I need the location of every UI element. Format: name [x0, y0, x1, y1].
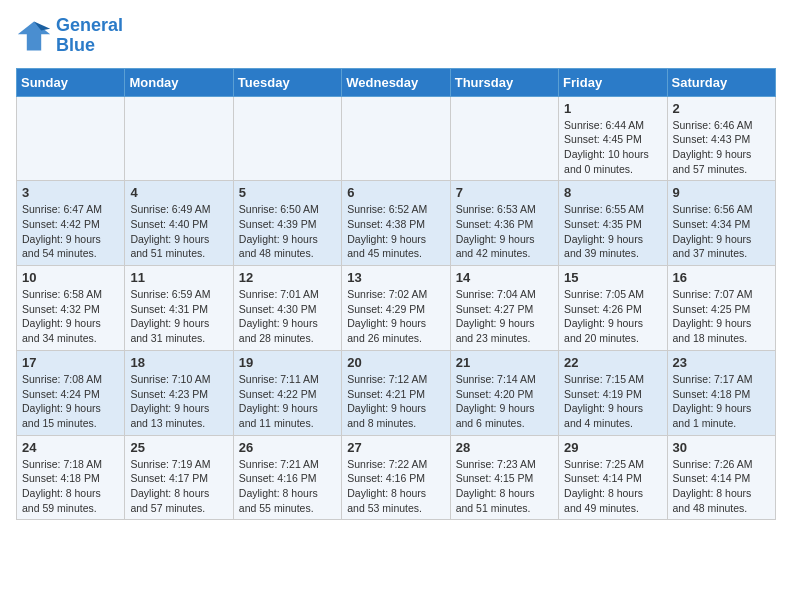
calendar-cell: [342, 96, 450, 181]
day-info: Sunrise: 7:22 AM Sunset: 4:16 PM Dayligh…: [347, 457, 444, 516]
day-number: 26: [239, 440, 336, 455]
week-row-2: 3Sunrise: 6:47 AM Sunset: 4:42 PM Daylig…: [17, 181, 776, 266]
day-number: 29: [564, 440, 661, 455]
day-header-monday: Monday: [125, 68, 233, 96]
logo-text-line1: General: [56, 16, 123, 36]
calendar-cell: 6Sunrise: 6:52 AM Sunset: 4:38 PM Daylig…: [342, 181, 450, 266]
calendar-cell: 30Sunrise: 7:26 AM Sunset: 4:14 PM Dayli…: [667, 435, 775, 520]
day-number: 15: [564, 270, 661, 285]
day-info: Sunrise: 6:46 AM Sunset: 4:43 PM Dayligh…: [673, 118, 770, 177]
calendar-cell: 26Sunrise: 7:21 AM Sunset: 4:16 PM Dayli…: [233, 435, 341, 520]
day-number: 6: [347, 185, 444, 200]
week-row-4: 17Sunrise: 7:08 AM Sunset: 4:24 PM Dayli…: [17, 350, 776, 435]
week-row-5: 24Sunrise: 7:18 AM Sunset: 4:18 PM Dayli…: [17, 435, 776, 520]
day-number: 4: [130, 185, 227, 200]
day-info: Sunrise: 7:18 AM Sunset: 4:18 PM Dayligh…: [22, 457, 119, 516]
calendar-cell: [125, 96, 233, 181]
calendar-cell: 10Sunrise: 6:58 AM Sunset: 4:32 PM Dayli…: [17, 266, 125, 351]
day-info: Sunrise: 7:12 AM Sunset: 4:21 PM Dayligh…: [347, 372, 444, 431]
calendar-cell: 13Sunrise: 7:02 AM Sunset: 4:29 PM Dayli…: [342, 266, 450, 351]
day-number: 14: [456, 270, 553, 285]
day-number: 7: [456, 185, 553, 200]
calendar-cell: 22Sunrise: 7:15 AM Sunset: 4:19 PM Dayli…: [559, 350, 667, 435]
calendar-body: 1Sunrise: 6:44 AM Sunset: 4:45 PM Daylig…: [17, 96, 776, 520]
day-number: 10: [22, 270, 119, 285]
day-info: Sunrise: 7:23 AM Sunset: 4:15 PM Dayligh…: [456, 457, 553, 516]
day-info: Sunrise: 6:56 AM Sunset: 4:34 PM Dayligh…: [673, 202, 770, 261]
calendar-cell: 5Sunrise: 6:50 AM Sunset: 4:39 PM Daylig…: [233, 181, 341, 266]
calendar-cell: 7Sunrise: 6:53 AM Sunset: 4:36 PM Daylig…: [450, 181, 558, 266]
calendar-cell: 4Sunrise: 6:49 AM Sunset: 4:40 PM Daylig…: [125, 181, 233, 266]
logo: General Blue: [16, 16, 123, 56]
calendar-cell: 20Sunrise: 7:12 AM Sunset: 4:21 PM Dayli…: [342, 350, 450, 435]
day-number: 1: [564, 101, 661, 116]
day-number: 19: [239, 355, 336, 370]
day-number: 9: [673, 185, 770, 200]
calendar-cell: 1Sunrise: 6:44 AM Sunset: 4:45 PM Daylig…: [559, 96, 667, 181]
day-number: 13: [347, 270, 444, 285]
day-info: Sunrise: 7:05 AM Sunset: 4:26 PM Dayligh…: [564, 287, 661, 346]
day-info: Sunrise: 6:50 AM Sunset: 4:39 PM Dayligh…: [239, 202, 336, 261]
day-header-sunday: Sunday: [17, 68, 125, 96]
calendar-cell: 3Sunrise: 6:47 AM Sunset: 4:42 PM Daylig…: [17, 181, 125, 266]
week-row-1: 1Sunrise: 6:44 AM Sunset: 4:45 PM Daylig…: [17, 96, 776, 181]
calendar-cell: 15Sunrise: 7:05 AM Sunset: 4:26 PM Dayli…: [559, 266, 667, 351]
day-info: Sunrise: 7:17 AM Sunset: 4:18 PM Dayligh…: [673, 372, 770, 431]
day-number: 11: [130, 270, 227, 285]
calendar-cell: 19Sunrise: 7:11 AM Sunset: 4:22 PM Dayli…: [233, 350, 341, 435]
calendar-cell: 8Sunrise: 6:55 AM Sunset: 4:35 PM Daylig…: [559, 181, 667, 266]
calendar-cell: [450, 96, 558, 181]
day-header-thursday: Thursday: [450, 68, 558, 96]
day-info: Sunrise: 6:49 AM Sunset: 4:40 PM Dayligh…: [130, 202, 227, 261]
day-info: Sunrise: 7:26 AM Sunset: 4:14 PM Dayligh…: [673, 457, 770, 516]
day-info: Sunrise: 7:15 AM Sunset: 4:19 PM Dayligh…: [564, 372, 661, 431]
calendar-cell: 16Sunrise: 7:07 AM Sunset: 4:25 PM Dayli…: [667, 266, 775, 351]
week-row-3: 10Sunrise: 6:58 AM Sunset: 4:32 PM Dayli…: [17, 266, 776, 351]
day-number: 30: [673, 440, 770, 455]
day-number: 25: [130, 440, 227, 455]
day-header-wednesday: Wednesday: [342, 68, 450, 96]
calendar-cell: 9Sunrise: 6:56 AM Sunset: 4:34 PM Daylig…: [667, 181, 775, 266]
day-info: Sunrise: 6:58 AM Sunset: 4:32 PM Dayligh…: [22, 287, 119, 346]
day-info: Sunrise: 7:08 AM Sunset: 4:24 PM Dayligh…: [22, 372, 119, 431]
logo-text-line2: Blue: [56, 36, 123, 56]
calendar-cell: 27Sunrise: 7:22 AM Sunset: 4:16 PM Dayli…: [342, 435, 450, 520]
calendar-cell: 28Sunrise: 7:23 AM Sunset: 4:15 PM Dayli…: [450, 435, 558, 520]
day-info: Sunrise: 6:59 AM Sunset: 4:31 PM Dayligh…: [130, 287, 227, 346]
day-info: Sunrise: 7:07 AM Sunset: 4:25 PM Dayligh…: [673, 287, 770, 346]
day-number: 17: [22, 355, 119, 370]
calendar-cell: 25Sunrise: 7:19 AM Sunset: 4:17 PM Dayli…: [125, 435, 233, 520]
calendar-cell: 11Sunrise: 6:59 AM Sunset: 4:31 PM Dayli…: [125, 266, 233, 351]
svg-marker-0: [18, 21, 50, 50]
day-info: Sunrise: 6:47 AM Sunset: 4:42 PM Dayligh…: [22, 202, 119, 261]
day-number: 2: [673, 101, 770, 116]
calendar-header-row: SundayMondayTuesdayWednesdayThursdayFrid…: [17, 68, 776, 96]
day-number: 12: [239, 270, 336, 285]
day-info: Sunrise: 7:02 AM Sunset: 4:29 PM Dayligh…: [347, 287, 444, 346]
day-number: 22: [564, 355, 661, 370]
day-info: Sunrise: 6:44 AM Sunset: 4:45 PM Dayligh…: [564, 118, 661, 177]
day-info: Sunrise: 7:11 AM Sunset: 4:22 PM Dayligh…: [239, 372, 336, 431]
day-info: Sunrise: 6:52 AM Sunset: 4:38 PM Dayligh…: [347, 202, 444, 261]
day-header-friday: Friday: [559, 68, 667, 96]
day-header-saturday: Saturday: [667, 68, 775, 96]
calendar-cell: 21Sunrise: 7:14 AM Sunset: 4:20 PM Dayli…: [450, 350, 558, 435]
day-info: Sunrise: 7:14 AM Sunset: 4:20 PM Dayligh…: [456, 372, 553, 431]
calendar-cell: 24Sunrise: 7:18 AM Sunset: 4:18 PM Dayli…: [17, 435, 125, 520]
day-info: Sunrise: 7:04 AM Sunset: 4:27 PM Dayligh…: [456, 287, 553, 346]
day-info: Sunrise: 7:21 AM Sunset: 4:16 PM Dayligh…: [239, 457, 336, 516]
day-number: 8: [564, 185, 661, 200]
day-number: 27: [347, 440, 444, 455]
calendar-cell: [233, 96, 341, 181]
day-info: Sunrise: 7:01 AM Sunset: 4:30 PM Dayligh…: [239, 287, 336, 346]
logo-icon: [16, 18, 52, 54]
day-number: 20: [347, 355, 444, 370]
day-info: Sunrise: 7:10 AM Sunset: 4:23 PM Dayligh…: [130, 372, 227, 431]
calendar-cell: 29Sunrise: 7:25 AM Sunset: 4:14 PM Dayli…: [559, 435, 667, 520]
calendar-table: SundayMondayTuesdayWednesdayThursdayFrid…: [16, 68, 776, 521]
day-info: Sunrise: 6:55 AM Sunset: 4:35 PM Dayligh…: [564, 202, 661, 261]
calendar-cell: 17Sunrise: 7:08 AM Sunset: 4:24 PM Dayli…: [17, 350, 125, 435]
calendar-cell: 14Sunrise: 7:04 AM Sunset: 4:27 PM Dayli…: [450, 266, 558, 351]
page-header: General Blue: [16, 16, 776, 56]
day-info: Sunrise: 6:53 AM Sunset: 4:36 PM Dayligh…: [456, 202, 553, 261]
